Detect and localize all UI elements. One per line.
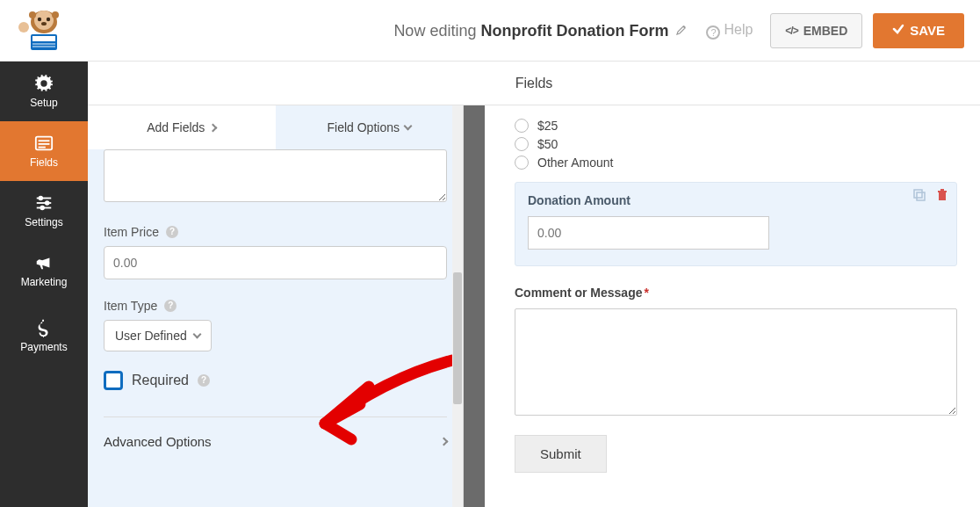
svg-rect-24 <box>939 192 946 200</box>
embed-icon: </> <box>785 25 797 37</box>
description-textarea[interactable] <box>104 149 447 202</box>
chevron-right-icon <box>440 438 449 446</box>
content-header: Fields <box>88 62 980 105</box>
form-name[interactable]: Nonprofit Donation Form <box>480 22 668 40</box>
embed-label: EMBED <box>803 24 848 38</box>
svg-point-1 <box>34 11 54 30</box>
chevron-down-icon <box>192 330 201 339</box>
help-icon[interactable]: ? <box>166 226 178 238</box>
radio-label: $25 <box>537 119 558 133</box>
item-type-select[interactable]: User Defined <box>104 320 212 351</box>
content-body: Add Fields Field Options Item Price ? <box>88 105 980 507</box>
advanced-options-row[interactable]: Advanced Options <box>104 416 447 466</box>
svg-rect-22 <box>914 190 922 198</box>
svg-point-3 <box>47 18 50 21</box>
item-price-label: Item Price <box>104 225 159 239</box>
svg-point-19 <box>40 197 43 200</box>
check-icon <box>892 23 904 38</box>
scroll-thumb[interactable] <box>453 272 462 404</box>
sidebar-item-marketing[interactable]: Marketing <box>0 241 88 301</box>
scrollbar[interactable] <box>452 105 463 507</box>
logo <box>0 0 88 62</box>
radio-option[interactable]: Other Amount <box>515 156 957 170</box>
svg-rect-9 <box>32 43 55 45</box>
dollar-icon <box>34 318 54 337</box>
tabs: Add Fields Field Options <box>88 105 463 149</box>
sidebar-item-fields[interactable]: Fields <box>0 121 88 181</box>
advanced-options-label: Advanced Options <box>104 434 212 449</box>
radio-icon <box>515 137 529 151</box>
tab-add-fields[interactable]: Add Fields <box>88 105 276 149</box>
title-area: Now editing Nonprofit Donation Form <box>88 21 694 40</box>
svg-point-2 <box>38 18 41 21</box>
radio-icon <box>515 119 529 133</box>
sidebar: Setup Fields Settings Marketing Payments <box>0 62 88 507</box>
sidebar-item-label: Marketing <box>21 276 68 288</box>
sidebar-item-label: Settings <box>25 216 62 228</box>
svg-rect-13 <box>39 140 50 141</box>
chevron-right-icon <box>209 123 218 132</box>
required-asterisk: * <box>644 286 648 300</box>
save-button[interactable]: SAVE <box>873 13 964 48</box>
sidebar-item-label: Fields <box>30 156 58 169</box>
main: Setup Fields Settings Marketing Payments… <box>0 62 980 507</box>
trash-icon[interactable] <box>935 188 949 202</box>
donation-amount-field[interactable]: Donation Amount <box>515 182 957 266</box>
radio-icon <box>515 156 529 170</box>
radio-label: $50 <box>537 137 558 151</box>
embed-button[interactable]: </> EMBED <box>770 13 862 48</box>
tab-field-options[interactable]: Field Options <box>276 105 464 149</box>
chevron-down-icon <box>404 122 413 131</box>
options-scroll[interactable]: Item Price ? Item Type ? User Defined <box>88 149 463 507</box>
form-icon <box>34 134 54 153</box>
select-value: User Defined <box>115 329 187 343</box>
required-checkbox[interactable] <box>104 371 123 390</box>
svg-rect-15 <box>39 147 46 148</box>
bullhorn-icon <box>34 253 54 272</box>
sidebar-item-label: Payments <box>20 341 67 353</box>
sidebar-item-label: Setup <box>30 97 57 109</box>
required-label: Required <box>132 373 189 388</box>
app-header: Now editing Nonprofit Donation Form ?Hel… <box>0 0 980 62</box>
editing-prefix: Now editing <box>393 22 476 40</box>
svg-point-4 <box>41 22 47 25</box>
comment-label: Comment or Message* <box>515 286 957 300</box>
svg-rect-23 <box>917 192 925 200</box>
svg-point-20 <box>46 201 49 205</box>
radio-option[interactable]: $25 <box>515 119 957 133</box>
help-icon[interactable]: ? <box>198 374 210 387</box>
sidebar-item-payments[interactable]: Payments <box>0 301 88 371</box>
svg-rect-8 <box>32 36 55 41</box>
svg-rect-25 <box>938 191 947 192</box>
help-icon: ? <box>706 25 720 40</box>
svg-rect-10 <box>32 46 55 47</box>
svg-point-6 <box>52 11 59 18</box>
comment-textarea[interactable] <box>515 308 957 416</box>
help-icon[interactable]: ? <box>164 300 177 312</box>
sidebar-item-settings[interactable]: Settings <box>0 181 88 241</box>
duplicate-icon[interactable] <box>912 188 926 202</box>
item-price-input[interactable] <box>104 246 447 279</box>
svg-rect-14 <box>39 143 50 145</box>
pane-divider[interactable] <box>464 105 485 507</box>
radio-label: Other Amount <box>537 156 613 170</box>
content: Fields Add Fields Field Options <box>88 62 980 507</box>
svg-point-21 <box>40 206 44 210</box>
gear-icon <box>34 74 54 93</box>
save-label: SAVE <box>910 23 945 38</box>
donation-amount-label: Donation Amount <box>528 193 944 207</box>
sliders-icon <box>34 193 54 213</box>
tab-label: Add Fields <box>147 120 205 134</box>
help-link[interactable]: ?Help <box>694 22 765 40</box>
submit-button[interactable]: Submit <box>515 435 607 473</box>
svg-point-5 <box>29 11 36 18</box>
donation-amount-input[interactable] <box>528 216 769 250</box>
svg-point-11 <box>18 22 29 33</box>
help-label: Help <box>724 22 753 37</box>
sidebar-item-setup[interactable]: Setup <box>0 62 88 121</box>
pencil-icon[interactable] <box>676 21 687 40</box>
radio-option[interactable]: $50 <box>515 137 957 151</box>
preview-pane: $25 $50 Other Amount Donation Amount <box>485 105 980 507</box>
options-pane: Add Fields Field Options Item Price ? <box>88 105 464 507</box>
svg-rect-26 <box>940 189 944 191</box>
